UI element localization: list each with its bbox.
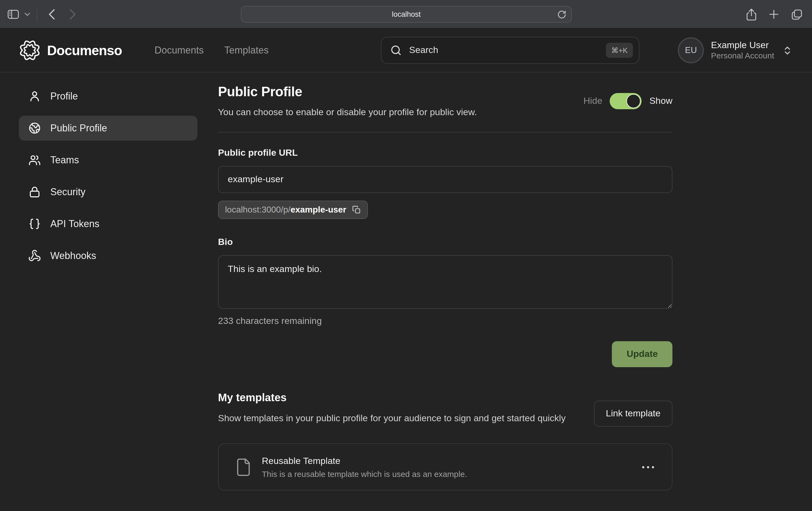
main-nav: Documents Templates [154,44,269,56]
browser-window-controls [747,0,802,29]
sidebar-item-teams[interactable]: Teams [19,148,198,173]
link-template-button[interactable]: Link template [594,401,672,427]
share-icon[interactable] [747,8,756,20]
webhook-icon [28,249,41,262]
search-placeholder: Search [409,45,438,56]
profile-url-section: Public profile URL localhost:3000/p/exam… [218,148,672,219]
sidebar-item-webhooks[interactable]: Webhooks [19,243,198,268]
tab-overview-icon[interactable] [791,9,802,20]
update-button[interactable]: Update [612,341,672,367]
chevrons-up-down-icon [782,45,792,55]
template-card[interactable]: Reusable Template This is a reusable tem… [218,444,672,491]
template-description: This is a reusable template which is use… [262,469,467,479]
nav-documents[interactable]: Documents [154,44,204,56]
toggle-show-label: Show [649,95,672,106]
logo-inner-path [24,44,35,56]
users-icon [28,154,41,167]
back-button[interactable] [48,9,55,20]
avatar: EU [678,37,704,63]
sidebar-item-security[interactable]: Security [19,180,198,204]
template-name: Reusable Template [262,456,467,467]
globe-icon [28,122,41,134]
app-header: Documenso Documents Templates Search ⌘+K… [0,29,812,72]
profile-link-prefix: localhost:3000/p/ [225,205,290,214]
screen: localhost [0,0,812,511]
toolbar-divider [37,7,37,21]
ellipsis-menu-icon[interactable] [641,465,655,469]
brand-name: Documenso [47,42,122,58]
logo-outer-path [21,41,39,59]
sidebar-item-label: Profile [50,91,78,102]
section-head: Public Profile You can choose to enable … [218,84,672,118]
sidebar-toggle-icon[interactable] [7,10,19,19]
search-bar[interactable]: Search ⌘+K [381,37,640,64]
sidebar-item-label: Webhooks [50,250,96,262]
sidebar-item-public-profile[interactable]: Public Profile [19,116,198,141]
update-row: Update [218,341,672,367]
search-icon [390,44,402,56]
documenso-app: Documenso Documents Templates Search ⌘+K… [0,29,812,491]
lock-icon [28,185,41,199]
section-head-text: Public Profile You can choose to enable … [218,84,477,118]
page-subtitle: You can choose to enable or disable your… [218,107,477,118]
user-menu[interactable]: EU Example User Personal Account [678,37,793,63]
toolbar-chevron-down-icon[interactable] [24,12,30,16]
braces-icon [28,217,41,230]
sidebar-item-label: Security [50,186,85,198]
user-meta: Example User Personal Account [711,39,775,61]
user-name: Example User [711,39,775,51]
sidebar-item-profile[interactable]: Profile [19,84,198,109]
divider [218,132,672,132]
profile-link-chip[interactable]: localhost:3000/p/example-user [218,201,368,219]
brand[interactable]: Documenso [20,40,122,61]
address-bar[interactable]: localhost [241,6,572,23]
bio-label: Bio [218,237,672,248]
reload-icon[interactable] [557,10,567,20]
nav-templates[interactable]: Templates [224,44,269,56]
template-meta: Reusable Template This is a reusable tem… [262,456,467,479]
browser-nav-controls [7,0,76,29]
characters-remaining: 233 characters remaining [218,316,672,327]
toggle-knob [627,94,641,108]
forward-button[interactable] [69,9,76,20]
profile-visibility-toggle[interactable] [610,93,642,109]
user-icon [28,90,41,103]
copy-icon[interactable] [352,206,361,214]
profile-link-slug: example-user [290,205,346,214]
new-tab-icon[interactable] [769,9,779,20]
profile-link-text: localhost:3000/p/example-user [225,205,346,215]
profile-url-label: Public profile URL [218,148,672,158]
address-bar-url: localhost [392,10,421,19]
public-profile-settings: Public Profile You can choose to enable … [218,84,672,491]
sidebar-item-label: Public Profile [50,122,107,134]
user-account-type: Personal Account [711,51,775,61]
bio-textarea[interactable]: This is an example bio. [218,255,672,309]
app-body: Profile Public Profile Teams [0,72,812,491]
sidebar-item-api-tokens[interactable]: API Tokens [19,211,198,236]
sidebar-item-label: Teams [50,154,79,166]
file-icon [235,457,252,477]
toggle-hide-label: Hide [583,95,602,106]
search-shortcut-badge: ⌘+K [606,43,633,58]
my-templates-description: Show templates in your public profile fo… [218,412,578,426]
visibility-toggle-group: Hide Show [583,93,672,109]
profile-url-input[interactable] [218,166,672,193]
sidebar-item-label: API Tokens [50,218,99,230]
browser-toolbar: localhost [0,0,812,29]
bio-section: Bio This is an example bio. 233 characte… [218,237,672,327]
settings-sidebar: Profile Public Profile Teams [19,84,198,491]
my-templates-section: My templates Show templates in your publ… [218,391,672,426]
page-title: Public Profile [218,84,477,99]
documenso-logo-icon [20,40,40,61]
